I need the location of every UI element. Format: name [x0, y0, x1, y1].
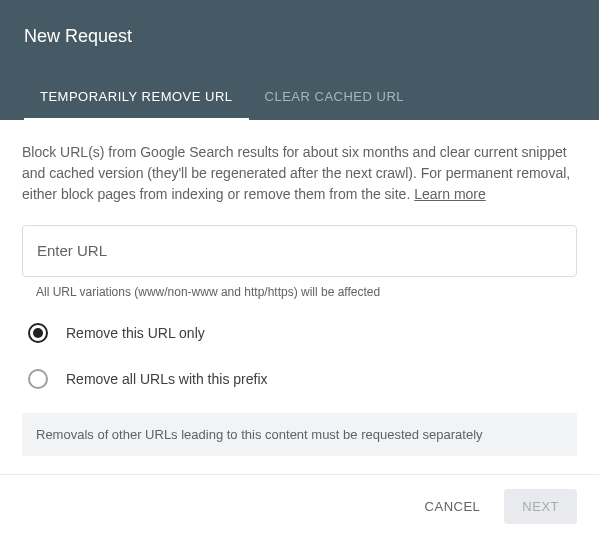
- radio-remove-this-only[interactable]: Remove this URL only: [22, 321, 577, 345]
- dialog-header: New Request TEMPORARILY REMOVE URL CLEAR…: [0, 0, 599, 120]
- description-text: Block URL(s) from Google Search results …: [22, 142, 577, 205]
- radio-unselected-icon: [28, 369, 48, 389]
- radio-label-prefix: Remove all URLs with this prefix: [66, 371, 268, 387]
- tab-clear-cached[interactable]: CLEAR CACHED URL: [249, 75, 420, 120]
- url-input-container[interactable]: [22, 225, 577, 277]
- next-button[interactable]: NEXT: [504, 489, 577, 524]
- radio-label-this-only: Remove this URL only: [66, 325, 205, 341]
- description-body: Block URL(s) from Google Search results …: [22, 144, 570, 202]
- learn-more-link[interactable]: Learn more: [414, 186, 486, 202]
- url-input[interactable]: [37, 242, 562, 259]
- radio-selected-icon: [28, 323, 48, 343]
- tab-temporarily-remove[interactable]: TEMPORARILY REMOVE URL: [24, 75, 249, 120]
- dialog-title: New Request: [24, 26, 575, 47]
- cancel-button[interactable]: CANCEL: [419, 491, 487, 522]
- notice-banner: Removals of other URLs leading to this c…: [22, 413, 577, 456]
- dialog-content: Block URL(s) from Google Search results …: [0, 120, 599, 474]
- radio-remove-prefix[interactable]: Remove all URLs with this prefix: [22, 367, 577, 391]
- tab-bar: TEMPORARILY REMOVE URL CLEAR CACHED URL: [24, 75, 575, 120]
- dialog-footer: CANCEL NEXT: [0, 474, 599, 536]
- url-helper-text: All URL variations (www/non-www and http…: [22, 285, 577, 299]
